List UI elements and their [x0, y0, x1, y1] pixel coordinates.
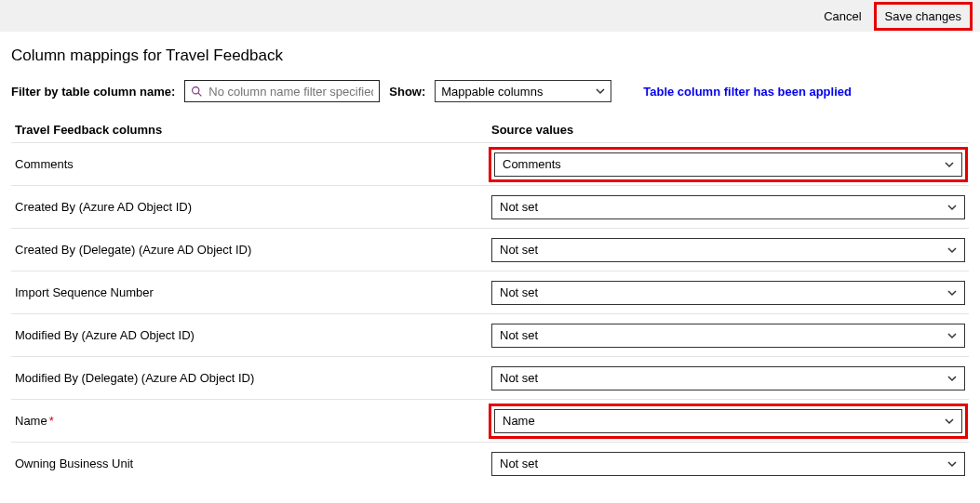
mapping-row: Created By (Azure AD Object ID)Not set [11, 185, 969, 228]
chevron-down-icon [947, 245, 957, 255]
row-label: Import Sequence Number [15, 285, 491, 299]
show-label: Show: [389, 85, 425, 99]
column-header-left: Travel Feedback columns [15, 123, 491, 137]
chevron-down-icon [947, 203, 957, 212]
chevron-down-icon [945, 160, 954, 169]
source-wrap: Not set [491, 324, 965, 348]
page-title: Column mappings for Travel Feedback [11, 46, 969, 65]
source-select-value: Name [503, 414, 535, 428]
required-asterisk: * [49, 414, 54, 428]
source-select[interactable]: Not set [491, 366, 965, 390]
source-wrap: Not set [491, 281, 965, 305]
search-icon [191, 86, 203, 98]
row-label: Modified By (Delegate) (Azure AD Object … [15, 371, 491, 385]
source-select[interactable]: Not set [491, 281, 965, 305]
chevron-down-icon [596, 86, 605, 96]
source-wrap: Not set [491, 238, 965, 262]
mapping-row: CommentsComments [11, 142, 969, 185]
source-select-value: Not set [500, 243, 538, 257]
column-headers: Travel Feedback columns Source values [11, 123, 969, 142]
row-label: Created By (Delegate) (Azure AD Object I… [15, 243, 491, 257]
source-select-value: Not set [500, 457, 538, 470]
source-select[interactable]: Name [494, 409, 962, 433]
row-label: Owning Business Unit [15, 457, 491, 470]
row-label: Comments [15, 157, 491, 171]
source-wrap: Name [489, 404, 968, 439]
row-label: Modified By (Azure AD Object ID) [15, 328, 491, 342]
filter-label: Filter by table column name: [11, 85, 175, 99]
source-select[interactable]: Not set [491, 324, 965, 348]
svg-line-1 [198, 93, 201, 96]
chevron-down-icon [947, 331, 957, 340]
row-label: Name* [15, 414, 491, 428]
chevron-down-icon [945, 417, 954, 426]
mapping-row: Modified By (Delegate) (Azure AD Object … [11, 356, 969, 399]
source-select-value: Not set [500, 200, 538, 214]
save-changes-button[interactable]: Save changes [874, 2, 973, 31]
source-select-value: Not set [500, 328, 538, 342]
mapping-row: Name*Name [11, 399, 969, 442]
cancel-button[interactable]: Cancel [815, 5, 869, 28]
source-wrap: Not set [491, 195, 965, 219]
row-label: Created By (Azure AD Object ID) [15, 200, 491, 214]
mapping-row: Created By (Delegate) (Azure AD Object I… [11, 228, 969, 271]
filter-text-field[interactable] [208, 85, 373, 99]
show-select[interactable]: Mappable columns [435, 80, 611, 102]
source-wrap: Not set [491, 366, 965, 390]
source-select[interactable]: Not set [491, 195, 965, 219]
source-wrap: Comments [489, 147, 968, 182]
source-select-value: Not set [500, 285, 538, 299]
mapping-row: Modified By (Azure AD Object ID)Not set [11, 313, 969, 356]
chevron-down-icon [947, 374, 957, 383]
source-select[interactable]: Not set [491, 452, 965, 476]
filter-applied-message: Table column filter has been applied [643, 85, 852, 99]
column-header-right: Source values [491, 123, 573, 137]
source-wrap: Not set [491, 452, 965, 476]
filter-row: Filter by table column name: Show: Mappa… [11, 80, 969, 102]
mapping-row: Import Sequence NumberNot set [11, 271, 969, 313]
source-select[interactable]: Not set [491, 238, 965, 262]
source-select-value: Comments [503, 157, 561, 171]
toolbar: Cancel Save changes [0, 0, 980, 32]
chevron-down-icon [947, 288, 957, 298]
mapping-rows: CommentsCommentsCreated By (Azure AD Obj… [11, 142, 969, 484]
filter-input[interactable] [184, 80, 380, 102]
chevron-down-icon [947, 459, 957, 469]
mapping-row: Owning Business UnitNot set [11, 442, 969, 484]
source-select-value: Not set [500, 371, 538, 385]
svg-point-0 [193, 86, 199, 93]
source-select[interactable]: Comments [494, 152, 962, 177]
show-select-value: Mappable columns [441, 85, 543, 99]
